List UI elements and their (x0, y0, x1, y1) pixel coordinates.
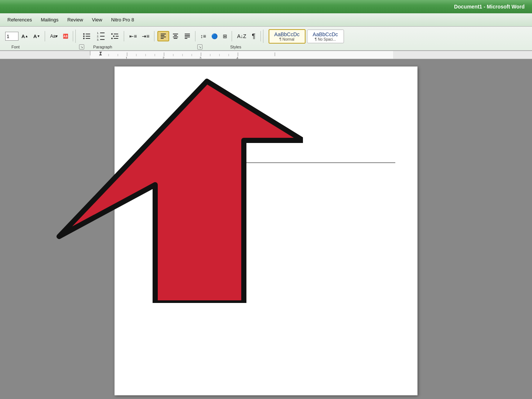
style-no-spacing[interactable]: AaBbCcDc ¶ No Spaci... (307, 30, 344, 43)
multilevel-icon (110, 33, 119, 40)
menu-bar: References Mailings Review View Nitro Pr… (0, 13, 532, 27)
ruler-inner: 1 2 3 4 (1, 51, 531, 59)
shrink-font-arrow: ▼ (37, 34, 40, 38)
justify-button[interactable] (182, 31, 193, 41)
title-bar: Document1 - Microsoft Word (0, 0, 532, 13)
menu-view[interactable]: View (88, 16, 107, 24)
bullets-button[interactable] (80, 31, 93, 41)
decrease-indent-button[interactable]: ⇤≡ (127, 31, 139, 41)
ruler: 1 2 3 4 (0, 51, 532, 59)
font-dialog-launcher[interactable]: ↘ (79, 44, 84, 50)
case-group: Aa▾ 🆎 (46, 31, 74, 41)
svg-text:2: 2 (163, 56, 164, 59)
page-top-space (137, 85, 395, 151)
font-section-label: Font (4, 45, 27, 49)
sep1 (75, 30, 76, 43)
ribbon-row1: A▲ A▼ Aa▾ 🆎 (0, 28, 532, 44)
bullets-icon (82, 33, 91, 40)
menu-review[interactable]: Review (63, 16, 88, 24)
grow-font-icon: A (21, 34, 25, 39)
multilevel-button[interactable] (108, 31, 122, 41)
pilcrow-button[interactable]: ¶ (249, 31, 258, 41)
decrease-indent-icon: ⇤≡ (129, 33, 137, 39)
align-left-icon (160, 33, 167, 40)
doc-area (0, 59, 532, 399)
shading-button[interactable]: 🔵 (209, 31, 220, 41)
numbering-button[interactable]: 1. 2. 3. (94, 31, 108, 41)
justify-icon (184, 33, 191, 40)
font-size-input[interactable] (5, 32, 18, 41)
style-normal-preview: AaBbCcDc (272, 31, 302, 37)
shading-icon: 🔵 (211, 33, 218, 39)
align-center-icon (172, 33, 179, 40)
style-normal-name: ¶ Normal (272, 37, 302, 41)
borders-icon: ⊞ (223, 33, 227, 39)
document-page[interactable] (115, 66, 417, 395)
numbering-icon: 1. 2. 3. (96, 31, 105, 42)
align-left-button[interactable] (157, 31, 169, 41)
change-case-button[interactable]: Aa▾ (48, 31, 60, 41)
svg-text:3: 3 (200, 56, 201, 59)
clear-formatting-icon: 🆎 (63, 34, 68, 39)
grow-font-button[interactable]: A▲ (19, 31, 30, 41)
paragraph-section-label: Paragraph (92, 45, 114, 49)
menu-nitro[interactable]: Nitro Pro 8 (107, 16, 139, 24)
line-spacing-button[interactable]: ↕≡ (198, 31, 208, 41)
style-no-spacing-preview: AaBbCcDc (310, 31, 341, 37)
menu-mailings[interactable]: Mailings (36, 16, 63, 24)
page-line (137, 163, 395, 163)
pilcrow-icon: ¶ (252, 33, 256, 40)
svg-text:1: 1 (126, 56, 127, 59)
spacing-group: ↕≡ 🔵 ⊞ (196, 31, 232, 41)
change-case-icon: Aa▾ (50, 34, 58, 39)
svg-rect-1 (90, 51, 393, 59)
window-title: Document1 - Microsoft Word (454, 4, 525, 10)
sep2 (263, 30, 263, 43)
indent-group: ⇤≡ ⇥≡ (125, 31, 154, 41)
increase-indent-button[interactable]: ⇥≡ (140, 31, 151, 41)
style-normal[interactable]: AaBbCcDc ¶ Normal (269, 29, 306, 44)
sort-button[interactable]: A↓Z (235, 31, 249, 41)
font-size-group: A▲ A▼ (3, 31, 45, 41)
borders-button[interactable]: ⊞ (221, 31, 229, 41)
shrink-font-icon: A (33, 34, 37, 39)
shrink-font-button[interactable]: A▼ (31, 31, 42, 41)
ruler-svg: 1 2 3 4 (1, 51, 531, 59)
increase-indent-icon: ⇥≡ (142, 33, 149, 39)
style-gallery: AaBbCcDc ¶ Normal AaBbCcDc ¶ No Spaci... (269, 29, 344, 44)
grow-font-arrow: ▲ (25, 34, 28, 38)
menu-references[interactable]: References (3, 16, 36, 24)
paragraph-dialog-launcher[interactable]: ↘ (197, 44, 202, 50)
list-group: 1. 2. 3. (78, 31, 124, 41)
ribbon-row2: Font ↘ Paragraph ↘ Styles (0, 44, 532, 50)
svg-text:4: 4 (236, 56, 238, 59)
cursor-area (137, 151, 395, 163)
line-spacing-icon: ↕≡ (201, 33, 206, 39)
style-no-spacing-name: ¶ No Spaci... (310, 37, 341, 41)
sort-group: A↓Z ¶ (233, 31, 261, 41)
ribbon: A▲ A▼ Aa▾ 🆎 (0, 27, 532, 51)
sort-icon: A↓Z (237, 33, 246, 39)
align-group (155, 31, 195, 41)
text-cursor (137, 151, 137, 160)
align-center-button[interactable] (170, 31, 181, 41)
clear-formatting-button[interactable]: 🆎 (61, 31, 71, 41)
styles-section-label: Styles (225, 45, 247, 49)
